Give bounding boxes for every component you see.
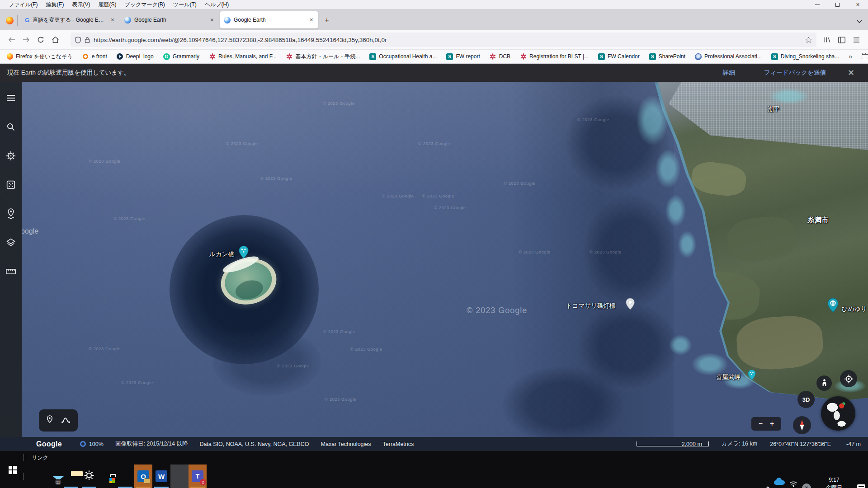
cursor-coordinates: 26°07'40"N 127°36'36"E [770,441,831,447]
kyan-pin-icon[interactable] [748,369,756,380]
tab-close-icon[interactable]: × [209,16,215,23]
firefox-view-button[interactable] [3,11,16,29]
bookmark-label: DeepL logo [126,53,154,60]
bookmarks-overflow-chevron[interactable]: » [849,53,852,60]
links-toolbar-label: リンク [32,454,48,462]
action-center-icon[interactable] [857,484,865,488]
taskbar-app-firefox[interactable] [170,465,189,488]
navigation-toolbar: https://earth.google.com/web/@26.1094764… [0,30,868,50]
coral-reef [665,195,686,226]
pegman-button[interactable] [816,375,832,391]
bookmark-3[interactable]: GGrammarly [163,53,199,60]
himeyuri-pin-icon[interactable] [827,298,839,313]
bookmark-9[interactable]: Registration for BLST |... [520,53,589,60]
menu-item-2[interactable]: 表示(V) [68,1,94,9]
browser-tab-1[interactable]: Google Earth× [121,11,218,28]
lukan-pin-icon[interactable] [239,245,249,259]
search-button[interactable] [4,120,18,134]
bookmark-1[interactable]: e front [82,53,107,60]
tab-close-icon[interactable]: × [110,16,115,23]
voyager-button[interactable] [4,149,18,163]
browser-tab-2[interactable]: Google Earth× [220,11,318,28]
bookmark-11[interactable]: SSharePoint [649,53,685,60]
minimize-button[interactable] [807,0,827,9]
bookmark-6[interactable]: SOccupational Health a... [369,53,437,60]
onedrive-icon[interactable] [774,480,785,485]
bookmark-label: SharePoint [659,53,685,60]
menu-item-4[interactable]: ブックマーク(B) [120,1,169,9]
menu-item-5[interactable]: ツール(T) [169,1,201,9]
maximize-button[interactable] [827,0,848,9]
google-watermark-partial: oogle [21,227,38,235]
taskbar-app-webex[interactable] [116,465,134,488]
taskbar-app-store[interactable] [98,465,116,488]
compass-button[interactable] [793,416,811,434]
home-button[interactable] [48,33,62,47]
hamburger-icon [6,94,15,102]
browser-tab-0[interactable]: G言語を変更する - Google Earth ヘ× [21,11,119,28]
zoom-out-button[interactable]: − [759,420,763,428]
placemark-tool-button[interactable] [46,415,54,427]
status-x-icon[interactable]: ✕ [802,483,811,488]
url-bar[interactable]: https://earth.google.com/web/@26.1094764… [71,33,816,47]
reload-button[interactable] [33,33,48,47]
send-feedback-link[interactable]: フィードバックを送信 [764,69,826,77]
sidebars-button[interactable] [835,33,849,47]
bookmark-7[interactable]: SFW report [446,53,480,60]
tracking-shield-icon[interactable] [75,37,81,43]
earth-status-bar: Google 100% 画像取得日: 2015/12/14 以降 Data SI… [0,437,868,451]
taskbar-app-outlook[interactable]: O [134,465,152,488]
start-button[interactable] [3,458,23,482]
forward-button[interactable] [19,33,33,47]
3d-toggle-button[interactable]: 3D [797,391,815,408]
measure-button[interactable] [4,264,18,279]
terrain-elevation: -47 m [846,441,861,447]
banner-close-icon[interactable]: ✕ [848,68,854,78]
bookmark-0[interactable]: Firefox を使いこなそう [6,53,73,61]
taskbar-app-word[interactable]: W [152,465,170,488]
bookmark-8[interactable]: DCB [490,53,510,60]
firefox-menu-bar: ファイル(F)編集(E)表示(V)履歴(S)ブックマーク(B)ツール(T)ヘルプ… [0,0,868,9]
menu-item-3[interactable]: 履歴(S) [94,1,120,9]
bookmark-2[interactable]: DeepL logo [117,53,154,60]
taskbar-app-edge[interactable] [26,465,44,488]
feeling-lucky-button[interactable] [4,178,18,192]
close-window-button[interactable]: × [848,0,868,9]
wifi-icon[interactable] [789,480,798,488]
taskbar-clock[interactable]: 9:17 金曜日 2023/07/14 [815,476,853,488]
list-all-tabs-button[interactable] [854,19,865,25]
projects-button[interactable] [4,206,18,221]
path-tool-button[interactable] [61,416,71,426]
back-button[interactable] [5,33,19,47]
map-style-button[interactable] [4,235,18,250]
menu-item-1[interactable]: 編集(E) [42,1,68,9]
toolbar-drag-handle[interactable] [24,454,26,461]
show-hidden-icons-button[interactable] [765,486,771,488]
taskbar-app-explorer[interactable] [62,465,80,488]
bookmark-12[interactable]: Professional Associati... [695,53,762,60]
my-location-button[interactable] [840,370,857,387]
tab-close-icon[interactable]: × [309,16,314,23]
menu-item-6[interactable]: ヘルプ(H) [201,1,233,9]
layers-icon [6,238,15,247]
app-menu-button[interactable] [849,33,863,47]
other-bookmarks-button[interactable]: 他のブックマーク [862,53,868,61]
bookmark-5[interactable]: 基本方針・ルール・手続... [286,53,360,61]
details-link[interactable]: 詳細 [723,69,735,77]
lock-icon[interactable] [85,37,90,43]
earth-map-canvas[interactable]: © 2023 Google© 2023 Google© 2023 Google©… [0,82,868,437]
overview-globe-button[interactable] [821,396,855,431]
new-tab-button[interactable]: + [321,14,333,27]
taskbar-app-teams[interactable]: T2 [189,465,207,488]
bookmark-4[interactable]: Rules, Manuals, and F... [209,53,277,60]
taskbar-app-mail[interactable]: 11 [44,465,62,488]
bookmark-star-button[interactable] [805,37,812,43]
menu-item-0[interactable]: ファイル(F) [5,1,42,9]
tokomasari-pin-icon[interactable] [626,298,635,310]
main-menu-button[interactable] [4,91,18,105]
bookmark-10[interactable]: SFW Calendor [598,53,640,60]
bookmark-13[interactable]: SDiving_Snorkeling sha... [771,53,839,60]
taskbar-app-settings[interactable] [80,465,98,488]
library-button[interactable] [820,33,835,47]
zoom-in-button[interactable]: + [770,420,774,428]
